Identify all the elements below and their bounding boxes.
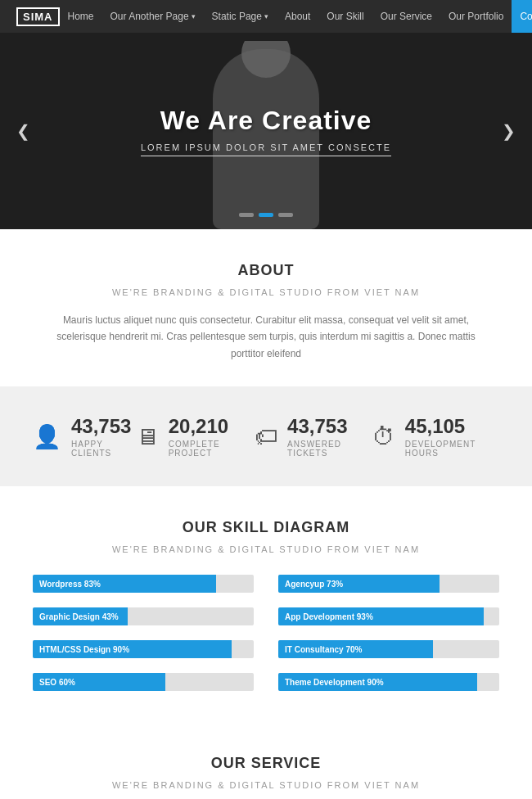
nav-about[interactable]: About: [277, 0, 318, 33]
stat-item-projects: 🖥 20,210 COMPLETE PROJECT: [136, 415, 255, 458]
skill-bar-bg: SEO 60%: [33, 673, 254, 691]
skill-item-5: IT Consultancy 70%: [278, 640, 499, 658]
about-body: Mauris luctus aliquet nunc quis consecte…: [49, 312, 483, 362]
stat-label-clients: HAPPY CLIENTS: [71, 440, 136, 458]
skill-bar-bg: Graphic Design 43%: [33, 607, 254, 625]
skill-bar-fill: HTML/CSS Design 90%: [33, 640, 232, 658]
hours-icon: ⏱: [372, 423, 395, 450]
hero-content: We Are Creative LOREM IPSUM DOLOR SIT AM…: [141, 106, 391, 156]
hero-next-button[interactable]: ❯: [494, 117, 524, 145]
skill-bar-fill: SEO 60%: [33, 673, 165, 691]
nav-portfolio[interactable]: Our Portfolio: [440, 0, 512, 33]
skill-item-3: App Development 93%: [278, 607, 499, 625]
skill-item-4: HTML/CSS Design 90%: [33, 640, 254, 658]
nav-service[interactable]: Our Service: [372, 0, 440, 33]
stat-number-tickets: 43,753: [287, 415, 372, 438]
hero-dots: [239, 213, 293, 217]
tickets-icon: 🏷: [255, 423, 277, 450]
skill-bar-bg: HTML/CSS Design 90%: [33, 640, 254, 658]
nav-another-page[interactable]: Our Another Page ▾: [102, 0, 204, 33]
services-title: OUR SERVICE: [33, 755, 499, 772]
navbar: SIMA Home Our Another Page ▾ Static Page…: [0, 0, 532, 33]
skill-bar-bg: App Development 93%: [278, 607, 499, 625]
projects-icon: 🖥: [136, 423, 159, 450]
hero-dot-2[interactable]: [259, 213, 273, 217]
hero-prev-button[interactable]: ❮: [8, 117, 38, 145]
nav-static-page[interactable]: Static Page ▾: [204, 0, 277, 33]
stat-label-projects: COMPLETE PROJECT: [169, 440, 255, 458]
skills-title: OUR SKILL DIAGRAM: [33, 519, 499, 536]
nav-home[interactable]: Home: [60, 0, 102, 33]
hero-subtitle: LOREM IPSUM DOLOR SIT AMET CONSECTE: [141, 142, 391, 156]
clients-icon: 👤: [33, 423, 61, 450]
skill-bar-fill: IT Consultancy 70%: [278, 640, 433, 658]
skills-header: OUR SKILL DIAGRAM WE'RE BRANDING & DIGIT…: [33, 519, 499, 554]
skill-bar-fill: Agencyup 73%: [278, 575, 440, 593]
skills-grid: Wordpress 83% Agencyup 73% Graphic Desig…: [33, 575, 499, 697]
stat-item-clients: 👤 43,753 HAPPY CLIENTS: [33, 415, 136, 458]
skill-bar-fill: Wordpress 83%: [33, 575, 216, 593]
stat-number-projects: 20,210: [169, 415, 255, 438]
hero-title: We Are Creative: [141, 106, 391, 136]
skill-bar-bg: Theme Development 90%: [278, 673, 499, 691]
skill-bar-bg: Wordpress 83%: [33, 575, 254, 593]
logo[interactable]: SIMA: [16, 7, 60, 26]
skill-item-7: Theme Development 90%: [278, 673, 499, 691]
stat-item-hours: ⏱ 45,105 DEVELOPMENT HOURS: [372, 415, 499, 458]
stat-number-clients: 43,753: [71, 415, 136, 438]
stat-item-tickets: 🏷 43,753 ANSWERED TICKETS: [255, 415, 372, 458]
skill-bar-fill: App Development 93%: [278, 607, 484, 625]
services-header: OUR SERVICE WE'RE BRANDING & DIGITAL STU…: [33, 755, 499, 790]
skill-item-1: Agencyup 73%: [278, 575, 499, 593]
skill-item-2: Graphic Design 43%: [33, 607, 254, 625]
about-section: ABOUT WE'RE BRANDING & DIGITAL STUDIO FR…: [0, 229, 532, 386]
about-title: ABOUT: [49, 262, 483, 279]
hero-dot-3[interactable]: [278, 213, 293, 217]
skills-subtitle: WE'RE BRANDING & DIGITAL STUDIO FROM VIE…: [33, 544, 499, 554]
services-section: OUR SERVICE WE'RE BRANDING & DIGITAL STU…: [0, 722, 532, 799]
skill-item-0: Wordpress 83%: [33, 575, 254, 593]
skill-bar-bg: IT Consultancy 70%: [278, 640, 499, 658]
services-subtitle: WE'RE BRANDING & DIGITAL STUDIO FROM VIE…: [33, 780, 499, 790]
hero-section: We Are Creative LOREM IPSUM DOLOR SIT AM…: [0, 33, 532, 229]
hero-dot-1[interactable]: [239, 213, 254, 217]
skills-section: OUR SKILL DIAGRAM WE'RE BRANDING & DIGIT…: [0, 486, 532, 722]
stat-label-tickets: ANSWERED TICKETS: [287, 440, 372, 458]
skill-item-6: SEO 60%: [33, 673, 254, 691]
nav-skill[interactable]: Our Skill: [318, 0, 372, 33]
skill-bar-fill: Graphic Design 43%: [33, 607, 128, 625]
stats-section: 👤 43,753 HAPPY CLIENTS 🖥 20,210 COMPLETE…: [0, 386, 532, 486]
skill-bar-fill: Theme Development 90%: [278, 673, 477, 691]
skill-bar-bg: Agencyup 73%: [278, 575, 499, 593]
nav-links: Home Our Another Page ▾ Static Page ▾ Ab…: [60, 0, 533, 33]
about-subtitle: WE'RE BRANDING & DIGITAL STUDIO FROM VIE…: [49, 287, 483, 297]
stat-number-hours: 45,105: [405, 415, 499, 438]
stat-label-hours: DEVELOPMENT HOURS: [405, 440, 499, 458]
nav-contact[interactable]: Contact Us: [512, 0, 532, 33]
